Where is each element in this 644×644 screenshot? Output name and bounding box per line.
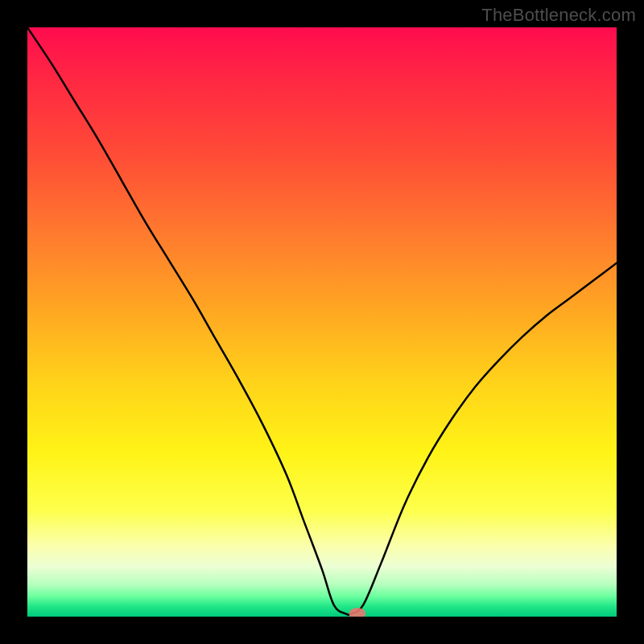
gradient-background <box>27 27 617 617</box>
outer-frame: TheBottleneck.com <box>0 0 644 644</box>
bottleneck-chart <box>27 27 617 617</box>
attribution-text: TheBottleneck.com <box>481 5 636 26</box>
